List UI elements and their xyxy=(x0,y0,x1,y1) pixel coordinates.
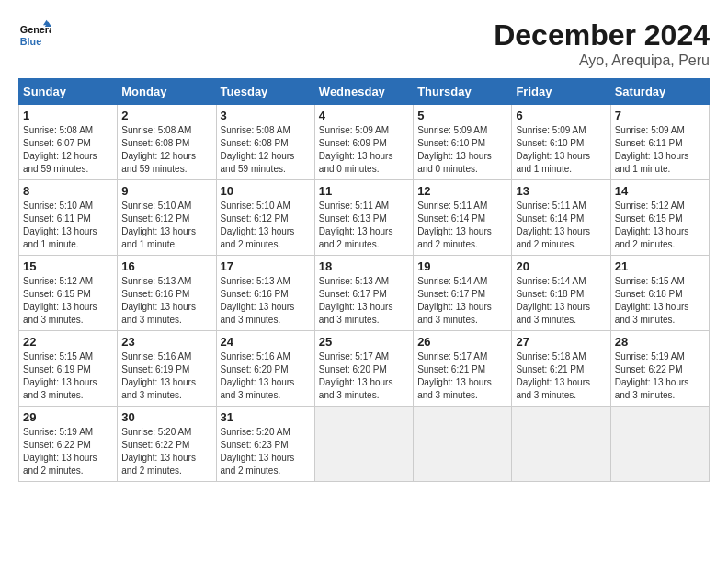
calendar-cell: 8Sunrise: 5:10 AM Sunset: 6:11 PM Daylig… xyxy=(19,180,118,256)
calendar-cell: 6Sunrise: 5:09 AM Sunset: 6:10 PM Daylig… xyxy=(512,105,610,180)
day-info: Sunrise: 5:17 AM Sunset: 6:20 PM Dayligh… xyxy=(319,350,409,402)
calendar-cell xyxy=(314,407,413,482)
day-number: 2 xyxy=(121,109,211,122)
calendar-cell: 7Sunrise: 5:09 AM Sunset: 6:11 PM Daylig… xyxy=(610,105,709,180)
day-number: 12 xyxy=(417,184,507,198)
month-title: December 2024 xyxy=(494,18,710,52)
day-number: 27 xyxy=(516,335,606,349)
day-info: Sunrise: 5:18 AM Sunset: 6:21 PM Dayligh… xyxy=(516,350,606,402)
day-info: Sunrise: 5:08 AM Sunset: 6:08 PM Dayligh… xyxy=(121,124,211,176)
calendar-cell: 15Sunrise: 5:12 AM Sunset: 6:15 PM Dayli… xyxy=(19,256,118,331)
day-number: 18 xyxy=(319,259,409,273)
svg-text:Blue: Blue xyxy=(20,36,41,47)
day-info: Sunrise: 5:12 AM Sunset: 6:15 PM Dayligh… xyxy=(23,275,113,327)
day-number: 1 xyxy=(23,109,113,122)
day-info: Sunrise: 5:13 AM Sunset: 6:16 PM Dayligh… xyxy=(121,275,211,327)
day-number: 3 xyxy=(221,109,311,122)
day-info: Sunrise: 5:20 AM Sunset: 6:22 PM Dayligh… xyxy=(121,426,211,477)
calendar-cell xyxy=(414,407,512,482)
calendar-cell: 24Sunrise: 5:16 AM Sunset: 6:20 PM Dayli… xyxy=(216,331,314,407)
location-title: Ayo, Arequipa, Peru xyxy=(494,52,710,69)
title-area: December 2024 Ayo, Arequipa, Peru xyxy=(494,18,710,69)
calendar-cell: 13Sunrise: 5:11 AM Sunset: 6:14 PM Dayli… xyxy=(512,180,610,256)
day-info: Sunrise: 5:11 AM Sunset: 6:14 PM Dayligh… xyxy=(516,200,606,251)
calendar-cell: 25Sunrise: 5:17 AM Sunset: 6:20 PM Dayli… xyxy=(314,331,413,407)
day-info: Sunrise: 5:20 AM Sunset: 6:23 PM Dayligh… xyxy=(221,426,311,477)
calendar-cell: 23Sunrise: 5:16 AM Sunset: 6:19 PM Dayli… xyxy=(118,331,216,407)
page-header: General Blue December 2024 Ayo, Arequipa… xyxy=(18,18,710,69)
day-number: 5 xyxy=(417,109,507,122)
day-info: Sunrise: 5:19 AM Sunset: 6:22 PM Dayligh… xyxy=(23,426,113,477)
day-number: 16 xyxy=(121,259,211,273)
day-number: 29 xyxy=(23,410,113,424)
day-number: 21 xyxy=(615,259,705,273)
day-info: Sunrise: 5:16 AM Sunset: 6:20 PM Dayligh… xyxy=(221,350,311,402)
day-info: Sunrise: 5:13 AM Sunset: 6:16 PM Dayligh… xyxy=(221,275,311,327)
day-number: 7 xyxy=(615,109,705,122)
day-number: 6 xyxy=(516,109,606,122)
calendar-cell: 3Sunrise: 5:08 AM Sunset: 6:08 PM Daylig… xyxy=(216,105,314,180)
day-info: Sunrise: 5:09 AM Sunset: 6:10 PM Dayligh… xyxy=(516,124,606,176)
calendar-cell: 14Sunrise: 5:12 AM Sunset: 6:15 PM Dayli… xyxy=(610,180,709,256)
day-number: 10 xyxy=(221,184,311,198)
day-info: Sunrise: 5:19 AM Sunset: 6:22 PM Dayligh… xyxy=(615,350,705,402)
day-number: 19 xyxy=(417,259,507,273)
day-info: Sunrise: 5:10 AM Sunset: 6:12 PM Dayligh… xyxy=(121,200,211,251)
day-number: 13 xyxy=(516,184,606,198)
week-row-4: 22Sunrise: 5:15 AM Sunset: 6:19 PM Dayli… xyxy=(19,331,710,407)
day-info: Sunrise: 5:09 AM Sunset: 6:10 PM Dayligh… xyxy=(417,124,507,176)
day-info: Sunrise: 5:14 AM Sunset: 6:17 PM Dayligh… xyxy=(417,275,507,327)
day-number: 14 xyxy=(615,184,705,198)
day-info: Sunrise: 5:11 AM Sunset: 6:14 PM Dayligh… xyxy=(417,200,507,251)
calendar-cell: 11Sunrise: 5:11 AM Sunset: 6:13 PM Dayli… xyxy=(314,180,413,256)
day-info: Sunrise: 5:12 AM Sunset: 6:15 PM Dayligh… xyxy=(615,200,705,251)
day-info: Sunrise: 5:14 AM Sunset: 6:18 PM Dayligh… xyxy=(516,275,606,327)
week-row-5: 29Sunrise: 5:19 AM Sunset: 6:22 PM Dayli… xyxy=(19,407,710,482)
calendar-cell xyxy=(512,407,610,482)
calendar-cell: 21Sunrise: 5:15 AM Sunset: 6:18 PM Dayli… xyxy=(610,256,709,331)
calendar-cell: 9Sunrise: 5:10 AM Sunset: 6:12 PM Daylig… xyxy=(118,180,216,256)
weekday-tuesday: Tuesday xyxy=(216,79,314,105)
day-info: Sunrise: 5:10 AM Sunset: 6:12 PM Dayligh… xyxy=(221,200,311,251)
day-info: Sunrise: 5:11 AM Sunset: 6:13 PM Dayligh… xyxy=(319,200,409,251)
calendar-cell: 22Sunrise: 5:15 AM Sunset: 6:19 PM Dayli… xyxy=(19,331,118,407)
day-info: Sunrise: 5:15 AM Sunset: 6:18 PM Dayligh… xyxy=(615,275,705,327)
day-number: 11 xyxy=(319,184,409,198)
day-number: 23 xyxy=(121,335,211,349)
day-info: Sunrise: 5:17 AM Sunset: 6:21 PM Dayligh… xyxy=(417,350,507,402)
weekday-thursday: Thursday xyxy=(414,79,512,105)
day-info: Sunrise: 5:16 AM Sunset: 6:19 PM Dayligh… xyxy=(121,350,211,402)
weekday-header-row: SundayMondayTuesdayWednesdayThursdayFrid… xyxy=(19,79,710,105)
day-info: Sunrise: 5:13 AM Sunset: 6:17 PM Dayligh… xyxy=(319,275,409,327)
calendar-body: 1Sunrise: 5:08 AM Sunset: 6:07 PM Daylig… xyxy=(19,105,710,482)
calendar-cell: 27Sunrise: 5:18 AM Sunset: 6:21 PM Dayli… xyxy=(512,331,610,407)
week-row-2: 8Sunrise: 5:10 AM Sunset: 6:11 PM Daylig… xyxy=(19,180,710,256)
day-number: 28 xyxy=(615,335,705,349)
day-number: 15 xyxy=(23,259,113,273)
calendar-cell: 19Sunrise: 5:14 AM Sunset: 6:17 PM Dayli… xyxy=(414,256,512,331)
logo: General Blue xyxy=(18,18,51,52)
weekday-sunday: Sunday xyxy=(19,79,118,105)
calendar-cell: 10Sunrise: 5:10 AM Sunset: 6:12 PM Dayli… xyxy=(216,180,314,256)
day-number: 31 xyxy=(221,410,311,424)
day-info: Sunrise: 5:10 AM Sunset: 6:11 PM Dayligh… xyxy=(23,200,113,251)
day-number: 25 xyxy=(319,335,409,349)
day-number: 22 xyxy=(23,335,113,349)
week-row-3: 15Sunrise: 5:12 AM Sunset: 6:15 PM Dayli… xyxy=(19,256,710,331)
day-number: 9 xyxy=(121,184,211,198)
calendar-cell: 26Sunrise: 5:17 AM Sunset: 6:21 PM Dayli… xyxy=(414,331,512,407)
calendar-cell: 5Sunrise: 5:09 AM Sunset: 6:10 PM Daylig… xyxy=(414,105,512,180)
calendar-cell: 12Sunrise: 5:11 AM Sunset: 6:14 PM Dayli… xyxy=(414,180,512,256)
day-info: Sunrise: 5:09 AM Sunset: 6:11 PM Dayligh… xyxy=(615,124,705,176)
logo-icon: General Blue xyxy=(18,18,51,52)
calendar-cell: 28Sunrise: 5:19 AM Sunset: 6:22 PM Dayli… xyxy=(610,331,709,407)
calendar-cell: 29Sunrise: 5:19 AM Sunset: 6:22 PM Dayli… xyxy=(19,407,118,482)
weekday-wednesday: Wednesday xyxy=(314,79,413,105)
weekday-monday: Monday xyxy=(118,79,216,105)
calendar-cell: 1Sunrise: 5:08 AM Sunset: 6:07 PM Daylig… xyxy=(19,105,118,180)
weekday-saturday: Saturday xyxy=(610,79,709,105)
calendar-cell: 30Sunrise: 5:20 AM Sunset: 6:22 PM Dayli… xyxy=(118,407,216,482)
week-row-1: 1Sunrise: 5:08 AM Sunset: 6:07 PM Daylig… xyxy=(19,105,710,180)
calendar-cell: 17Sunrise: 5:13 AM Sunset: 6:16 PM Dayli… xyxy=(216,256,314,331)
weekday-friday: Friday xyxy=(512,79,610,105)
